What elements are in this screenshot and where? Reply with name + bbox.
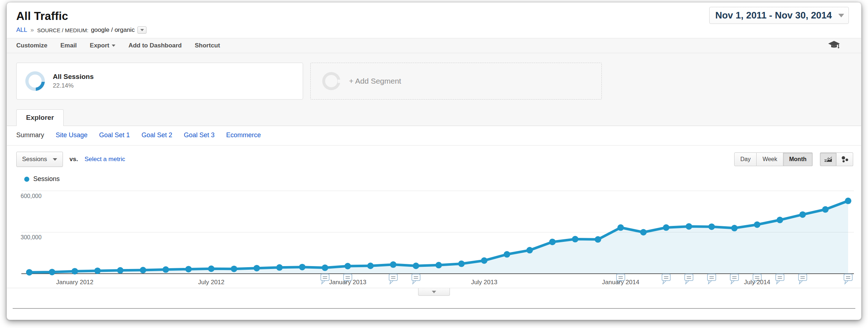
metric-dropdown[interactable]: Sessions — [16, 152, 63, 167]
subnav-site-usage[interactable]: Site Usage — [56, 131, 88, 139]
granularity-week-button[interactable]: Week — [757, 152, 783, 166]
data-point[interactable] — [94, 268, 101, 274]
data-point[interactable] — [822, 206, 829, 213]
data-point[interactable] — [413, 262, 419, 269]
select-a-metric-link[interactable]: Select a metric — [85, 156, 125, 163]
subnav-ecommerce[interactable]: Ecommerce — [226, 131, 261, 139]
chevron-down-icon — [838, 14, 844, 17]
add-segment-label: + Add Segment — [349, 77, 401, 85]
data-point[interactable] — [276, 264, 283, 271]
data-point[interactable] — [435, 262, 442, 268]
data-point[interactable] — [686, 223, 692, 230]
annotation-marker-icon[interactable] — [685, 274, 693, 281]
subnav-summary[interactable]: Summary — [16, 131, 44, 139]
customize-button[interactable]: Customize — [16, 42, 47, 49]
x-axis-label: January 2014 — [602, 279, 639, 286]
data-point[interactable] — [663, 224, 669, 231]
chevron-down-icon — [432, 291, 436, 293]
tab-explorer[interactable]: Explorer — [16, 109, 64, 126]
export-button[interactable]: Export — [90, 42, 115, 49]
data-point[interactable] — [481, 257, 488, 264]
annotation-marker-icon[interactable] — [707, 274, 716, 281]
education-icon[interactable] — [828, 41, 840, 51]
annotation-marker-icon[interactable] — [776, 274, 784, 281]
annotation-marker-icon[interactable] — [662, 274, 670, 281]
chart-canvas[interactable]: January 2012July 2012January 2013July 20… — [14, 186, 855, 287]
data-point[interactable] — [776, 217, 783, 223]
data-point[interactable] — [344, 263, 351, 269]
segment-all-sessions[interactable]: All Sessions 22.14% — [16, 63, 303, 100]
data-point[interactable] — [527, 247, 533, 253]
export-button-label: Export — [90, 42, 109, 49]
granularity-month-button[interactable]: Month — [783, 152, 813, 166]
shortcut-button[interactable]: Shortcut — [195, 42, 220, 49]
data-point[interactable] — [549, 239, 556, 245]
data-point[interactable] — [799, 211, 806, 218]
chevron-down-icon — [53, 158, 57, 161]
annotation-marker-icon[interactable] — [321, 274, 329, 281]
breadcrumb-dimension-value: google / organic — [91, 26, 135, 34]
data-point[interactable] — [254, 265, 260, 272]
subnav-goal-set-3[interactable]: Goal Set 3 — [184, 131, 214, 139]
line-chart-toggle-button[interactable] — [820, 152, 837, 166]
data-point[interactable] — [231, 266, 237, 272]
data-point[interactable] — [322, 265, 328, 271]
data-point[interactable] — [26, 269, 33, 276]
data-point[interactable] — [117, 267, 124, 274]
data-point[interactable] — [49, 269, 55, 275]
data-point[interactable] — [595, 236, 601, 243]
segment-builder: All Sessions 22.14% + Add Segment — [7, 53, 861, 109]
annotation-marker-icon[interactable] — [412, 274, 420, 281]
email-button[interactable]: Email — [60, 42, 77, 49]
x-axis-label: January 2013 — [329, 279, 366, 286]
annotation-marker-icon[interactable] — [799, 274, 807, 281]
chart-type-button-group — [820, 152, 853, 166]
annotations-toggle-button[interactable] — [418, 288, 450, 296]
annotation-marker-icon[interactable] — [844, 274, 852, 281]
data-point[interactable] — [162, 266, 169, 273]
granularity-day-button[interactable]: Day — [734, 152, 757, 166]
annotation-marker-icon[interactable] — [730, 274, 739, 281]
data-point[interactable] — [140, 267, 146, 273]
x-axis-label: January 2012 — [56, 279, 93, 286]
data-point[interactable] — [72, 268, 78, 274]
data-point[interactable] — [458, 261, 465, 267]
data-point[interactable] — [208, 265, 214, 272]
vs-label: vs. — [69, 156, 78, 163]
report-toolbar: Customize Email Export Add to Dashboard … — [7, 38, 861, 53]
chart-legend: Sessions — [24, 175, 861, 183]
data-point[interactable] — [572, 236, 578, 243]
subnav-goal-set-2[interactable]: Goal Set 2 — [141, 131, 172, 139]
data-point[interactable] — [367, 262, 374, 269]
data-point[interactable] — [731, 225, 738, 231]
x-axis-label: July 2013 — [471, 279, 497, 286]
legend-dot-icon — [24, 177, 29, 182]
data-point[interactable] — [709, 223, 715, 230]
data-point[interactable] — [754, 222, 760, 228]
data-point[interactable] — [845, 198, 851, 204]
dimension-dropdown-button[interactable] — [137, 26, 146, 34]
annotation-marker-icon[interactable] — [389, 274, 397, 281]
breadcrumb: ALL » SOURCE / MEDIUM: google / organic — [16, 26, 861, 34]
add-to-dashboard-button[interactable]: Add to Dashboard — [128, 42, 182, 49]
data-point[interactable] — [185, 266, 192, 272]
data-point[interactable] — [299, 264, 306, 270]
data-point[interactable] — [390, 261, 396, 268]
subnav-goal-set-1[interactable]: Goal Set 1 — [99, 131, 130, 139]
explorer-subnav: Summary Site Usage Goal Set 1 Goal Set 2… — [7, 126, 861, 146]
tab-bar: Explorer — [7, 109, 861, 126]
data-point[interactable] — [617, 224, 624, 231]
x-axis-label: July 2012 — [198, 279, 225, 286]
legend-label: Sessions — [33, 175, 60, 183]
add-segment-button[interactable]: + Add Segment — [310, 63, 602, 100]
x-axis-label: July 2014 — [744, 279, 770, 286]
chevron-down-icon — [140, 29, 144, 31]
data-point[interactable] — [640, 229, 647, 236]
sessions-line-chart[interactable]: 600,000 300,000 January 2012July 2012Jan… — [14, 186, 854, 287]
date-range-selector[interactable]: Nov 1, 2011 - Nov 30, 2014 — [709, 7, 849, 24]
segment-donut-icon — [25, 71, 45, 91]
motion-chart-toggle-button[interactable] — [837, 152, 853, 166]
y-axis-label-600000: 600,000 — [21, 193, 42, 199]
breadcrumb-all-link[interactable]: ALL — [16, 26, 27, 34]
data-point[interactable] — [504, 251, 510, 258]
